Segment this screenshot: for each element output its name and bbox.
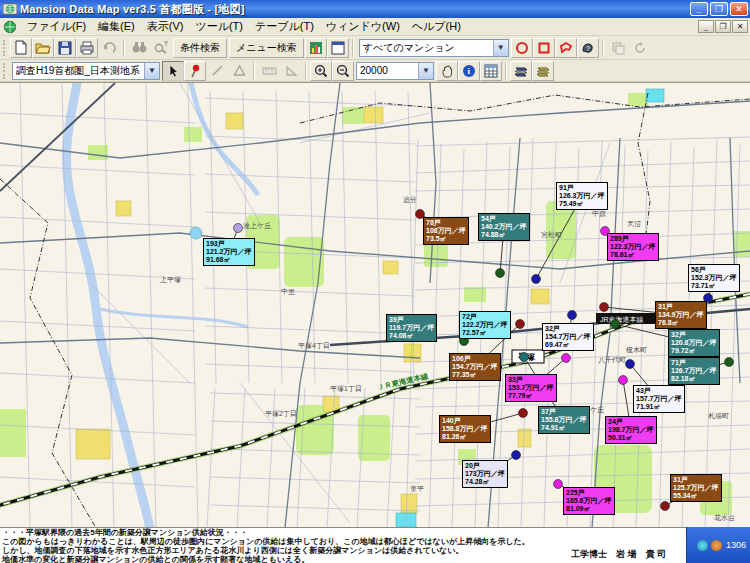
pin-tool-button[interactable] [184, 61, 206, 81]
mansion-dot[interactable] [532, 275, 541, 284]
mansion-dot[interactable] [562, 354, 571, 363]
new-button[interactable] [10, 38, 32, 58]
chevron-down-icon[interactable]: ▼ [493, 40, 508, 56]
pan-tool-button[interactable] [436, 61, 458, 81]
layers-button[interactable] [510, 61, 532, 81]
price-label-12[interactable]: 72戸122.2万円／坪72.57㎡ [459, 311, 511, 339]
mansion-dot[interactable] [496, 269, 505, 278]
menu-item-6[interactable]: ヘルプ(H) [406, 18, 467, 35]
mdi-close-button[interactable]: ✕ [732, 20, 748, 33]
price-label-3[interactable]: 91戸126.3万円／坪75.49㎡ [556, 182, 608, 210]
toolbar-grip[interactable] [3, 40, 7, 56]
select-circle-button[interactable] [511, 38, 533, 58]
label-price: 158.8万円／坪 [442, 425, 488, 433]
tray-back-icon[interactable] [697, 540, 708, 551]
label-area: 50.31㎡ [608, 434, 654, 442]
select-polygon-button[interactable] [555, 38, 577, 58]
open-button[interactable] [32, 38, 54, 58]
layer-select-combobox[interactable]: 調査H19首都圏_日本測地系 ▼ [12, 62, 160, 80]
mdi-minimize-button[interactable]: _ [698, 20, 714, 33]
select-region-button[interactable]: ? [577, 38, 599, 58]
layer-control-button[interactable] [532, 61, 554, 81]
polygon-tool-button[interactable] [228, 61, 250, 81]
mansion-dot[interactable] [626, 360, 635, 369]
menu-item-3[interactable]: ツール(T) [189, 18, 249, 35]
price-label-5[interactable]: 56戸152.3万円／坪73.71㎡ [688, 264, 740, 292]
price-label-9[interactable]: 43戸157.7万円／坪71.91㎡ [633, 385, 685, 413]
price-label-1[interactable]: 78戸108万円／坪73.5㎡ [423, 217, 469, 245]
menu-item-2[interactable]: 表示(V) [141, 18, 190, 35]
pointer-tool-button[interactable] [162, 61, 184, 81]
find-button[interactable] [128, 38, 150, 58]
mansion-dot[interactable] [619, 376, 628, 385]
price-label-19[interactable]: 225戸165.6万円／坪81.09㎡ [563, 487, 615, 515]
print-button[interactable] [76, 38, 98, 58]
restore-button[interactable]: ❐ [710, 2, 728, 16]
price-label-10[interactable]: 32戸154.7万円／坪69.47㎡ [542, 323, 594, 351]
price-label-15[interactable]: 140戸158.8万円／坪81.26㎡ [439, 415, 491, 443]
price-label-4[interactable]: 289戸122.3万円／坪78.61㎡ [607, 233, 659, 261]
mansion-dot[interactable] [512, 451, 521, 460]
condition-search-button[interactable]: 条件検索 [173, 38, 227, 58]
zoom-out-button[interactable] [332, 61, 354, 81]
zoom-in-button[interactable] [310, 61, 332, 81]
price-label-7[interactable]: 32戸120.8万円／坪79.72㎡ [668, 329, 720, 357]
select-rectangle-button[interactable] [533, 38, 555, 58]
mansion-dot[interactable] [519, 409, 528, 418]
menu-item-4[interactable]: テーブル(T) [249, 18, 320, 35]
attribute-table-button[interactable] [480, 61, 502, 81]
menu-item-5[interactable]: ウィンドウ(W) [320, 18, 406, 35]
window-tool-button[interactable] [327, 38, 349, 58]
chevron-down-icon[interactable]: ▼ [144, 63, 159, 79]
price-label-16[interactable]: 20戸173万円／坪74.28㎡ [462, 460, 508, 488]
mansion-dot[interactable] [516, 320, 525, 329]
angle-tool-button[interactable] [280, 61, 302, 81]
mansion-dot[interactable] [600, 303, 609, 312]
close-button[interactable]: ✕ [730, 2, 748, 16]
mansion-filter-value: すべてのマンション [363, 41, 455, 55]
price-label-18[interactable]: 24戸198.7万円／坪50.31㎡ [605, 416, 657, 444]
chevron-down-icon[interactable]: ▼ [418, 63, 433, 79]
place-name-6: 宮松町 [541, 230, 562, 240]
price-label-14[interactable]: 106戸154.7万円／坪77.35㎡ [449, 353, 501, 381]
mansion-dot[interactable] [611, 320, 620, 329]
menu-item-0[interactable]: ファイル(F) [21, 18, 92, 35]
price-label-11[interactable]: 33戸153.7万円／坪77.79㎡ [505, 374, 557, 402]
label-price: 165.6万円／坪 [566, 497, 612, 505]
graph-tool-button[interactable] [305, 38, 327, 58]
undo-button[interactable] [98, 38, 120, 58]
menu-search-button[interactable]: メニュー検索 [229, 38, 304, 58]
place-name-10: 平塚1丁目 [330, 384, 362, 394]
map-canvas[interactable]: ＪＲ東海道本線 JR東海道本線 平塚 193戸121.2万円／坪91.68㎡78… [0, 82, 750, 527]
copy-shape-button[interactable] [607, 38, 629, 58]
tray-app-icon[interactable] [711, 540, 722, 551]
mansion-dot[interactable] [568, 311, 577, 320]
line-tool-button[interactable] [206, 61, 228, 81]
save-button[interactable] [54, 38, 76, 58]
scale-combobox[interactable]: 20000 ▼ [356, 62, 434, 80]
price-label-20[interactable]: 31戸125.7万円／坪55.34㎡ [670, 474, 722, 502]
measure-tool-button[interactable] [258, 61, 280, 81]
price-label-8[interactable]: 71戸126.7万円／坪82.18㎡ [668, 357, 720, 385]
rotate-shape-button[interactable] [629, 38, 651, 58]
mdi-restore-button[interactable]: ❐ [715, 20, 731, 33]
mansion-dot[interactable] [725, 358, 734, 367]
mansion-dot[interactable] [234, 224, 243, 233]
label-price: 140.2万円／坪 [481, 223, 527, 231]
menu-item-1[interactable]: 編集(E) [92, 18, 141, 35]
price-label-17[interactable]: 37戸155.8万円／坪74.91㎡ [538, 406, 590, 434]
mansion-dot[interactable] [554, 480, 563, 489]
price-label-6[interactable]: 31戸134.9万円／坪76.8㎡ [655, 301, 707, 329]
price-label-0[interactable]: 193戸121.2万円／坪91.68㎡ [203, 238, 255, 266]
toolbar-grip[interactable] [3, 63, 7, 79]
label-units: 225戸 [566, 489, 612, 497]
find-next-button[interactable] [150, 38, 172, 58]
label-price: 155.8万円／坪 [541, 416, 587, 424]
price-label-2[interactable]: 54戸140.2万円／坪74.88㎡ [478, 213, 530, 241]
mansion-dot[interactable] [661, 502, 670, 511]
minimize-button[interactable]: _ [690, 2, 708, 16]
mansion-filter-combobox[interactable]: すべてのマンション ▼ [359, 39, 509, 57]
info-tool-button[interactable]: i [458, 61, 480, 81]
mansion-dot[interactable] [520, 353, 529, 362]
price-label-13[interactable]: 39戸119.7万円／坪74.08㎡ [386, 314, 437, 342]
